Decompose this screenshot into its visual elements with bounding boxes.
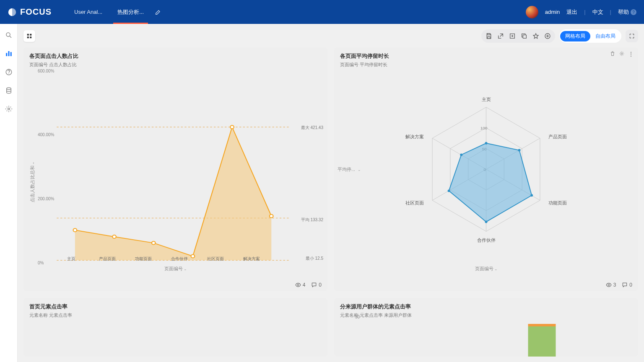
svg-point-20 bbox=[191, 255, 195, 258]
eye-icon bbox=[295, 282, 301, 288]
svg-text:100: 100 bbox=[480, 126, 488, 130]
focus-logo-icon bbox=[8, 8, 17, 17]
trash-icon bbox=[610, 51, 615, 57]
tab-heatmap-analysis[interactable]: 热图分析... bbox=[110, 0, 151, 24]
svg-rect-52 bbox=[528, 324, 556, 326]
layout-grid-button[interactable]: 网格布局 bbox=[560, 31, 590, 41]
svg-text:主页: 主页 bbox=[482, 97, 491, 102]
radar-chart-svg: 0 50 100 主页 产品页面 功能页面 合作伙伴 bbox=[340, 66, 632, 273]
svg-point-40 bbox=[530, 194, 533, 197]
logout-link[interactable]: 退出 bbox=[566, 8, 577, 16]
x-axis-label: 页面编号⌄ bbox=[475, 266, 498, 272]
gear-icon bbox=[619, 51, 625, 57]
download-icon[interactable] bbox=[509, 33, 516, 39]
svg-rect-3 bbox=[10, 52, 11, 56]
eye-icon bbox=[606, 282, 612, 288]
svg-rect-12 bbox=[523, 35, 526, 38]
svg-point-18 bbox=[112, 235, 116, 238]
svg-point-21 bbox=[230, 125, 234, 129]
svg-point-24 bbox=[621, 53, 623, 54]
user-avatar[interactable] bbox=[526, 6, 538, 18]
search-icon[interactable] bbox=[5, 31, 13, 39]
comment-icon bbox=[622, 282, 628, 288]
fullscreen-icon bbox=[629, 33, 635, 39]
fullscreen-button[interactable] bbox=[626, 30, 638, 42]
app-header: FOCUS User Anal... 热图分析... admin 退出 | 中文… bbox=[0, 0, 644, 24]
brand-logo: FOCUS bbox=[8, 7, 52, 17]
apps-icon bbox=[26, 33, 32, 39]
help-icon: ? bbox=[631, 9, 636, 15]
stacked-bar-preview bbox=[334, 319, 638, 357]
card-subtitle: 元素名称 元素点击率 来源用户群体 bbox=[340, 312, 632, 318]
card-footer: 3 0 bbox=[606, 282, 632, 288]
svg-rect-10 bbox=[27, 36, 29, 38]
svg-point-19 bbox=[152, 241, 156, 245]
svg-point-42 bbox=[448, 189, 450, 192]
svg-point-7 bbox=[8, 108, 10, 110]
help-circle-icon[interactable] bbox=[5, 68, 13, 76]
card-avg-stay-time: 各页面平均停留时长 页面编号 平均停留时长 ⋮ 平均停...⌄ 页面编号⌄ bbox=[334, 47, 638, 291]
svg-point-0 bbox=[6, 33, 10, 36]
comments-count: 0 bbox=[311, 282, 322, 288]
card-element-click-by-source: 分来源用户群体的元素点击率 元素名称 元素点击率 来源用户群体 30 bbox=[334, 298, 638, 357]
brand-text: FOCUS bbox=[20, 7, 52, 17]
header-right: admin 退出 | 中文 | 帮助? bbox=[526, 6, 636, 18]
dashboard-toolbar: 网格布局 自由布局 bbox=[23, 28, 638, 44]
star-icon[interactable] bbox=[532, 33, 539, 39]
svg-rect-11 bbox=[30, 36, 31, 38]
y-axis-label: 点击人数占比总和⌄ bbox=[29, 161, 36, 202]
svg-text:产品页面: 产品页面 bbox=[548, 134, 567, 139]
views-count: 3 bbox=[606, 282, 616, 288]
save-icon[interactable] bbox=[486, 33, 492, 39]
comment-icon bbox=[311, 282, 317, 288]
svg-point-6 bbox=[6, 88, 11, 90]
layout-toggle: 网格布局 自由布局 bbox=[559, 29, 621, 43]
card-title: 分来源用户群体的元素点击率 bbox=[340, 303, 632, 310]
config-button[interactable] bbox=[619, 51, 625, 57]
svg-point-22 bbox=[270, 215, 273, 218]
card-actions: ⋮ bbox=[610, 51, 634, 57]
copy-icon[interactable] bbox=[521, 33, 527, 39]
tab-user-analysis[interactable]: User Anal... bbox=[67, 0, 110, 24]
svg-point-39 bbox=[518, 149, 521, 152]
svg-text:功能页面: 功能页面 bbox=[548, 200, 567, 205]
add-icon[interactable] bbox=[544, 33, 551, 39]
svg-text:社区页面: 社区页面 bbox=[405, 200, 424, 205]
layout-free-button[interactable]: 自由布局 bbox=[590, 31, 621, 41]
apps-button[interactable] bbox=[23, 30, 35, 42]
svg-point-38 bbox=[485, 142, 488, 145]
more-button[interactable]: ⋮ bbox=[628, 51, 634, 57]
card-page-click-ratio: 各页面点击人数占比 页面编号 点击人数占比 点击人数占比总和⌄ 0% 200.0… bbox=[23, 47, 327, 291]
svg-rect-1 bbox=[6, 53, 7, 57]
views-count: 4 bbox=[295, 282, 306, 288]
svg-point-5 bbox=[8, 73, 9, 74]
svg-rect-51 bbox=[528, 326, 556, 357]
dashboard-icon[interactable] bbox=[5, 50, 13, 57]
card-footer: 4 0 bbox=[295, 282, 322, 288]
svg-rect-9 bbox=[30, 34, 31, 36]
card-title: 各页面点击人数占比 bbox=[29, 52, 322, 60]
svg-rect-8 bbox=[27, 34, 29, 36]
delete-button[interactable] bbox=[610, 51, 615, 57]
sidebar bbox=[0, 24, 18, 362]
svg-point-17 bbox=[73, 228, 77, 232]
card-title: 首页元素点击率 bbox=[29, 303, 322, 310]
database-icon[interactable] bbox=[5, 87, 13, 94]
header-tabs: User Anal... 热图分析... bbox=[67, 0, 161, 24]
x-axis-label: 页面编号⌄ bbox=[164, 266, 187, 272]
main-content: 网格布局 自由布局 各页面点击人数占比 页面编号 点击人数占比 点击人数占比总和… bbox=[18, 24, 644, 362]
username[interactable]: admin bbox=[545, 9, 560, 15]
edit-tabs-button[interactable] bbox=[155, 9, 161, 16]
card-subtitle: 元素名称 元素点击率 bbox=[29, 312, 322, 318]
settings-icon[interactable] bbox=[5, 105, 13, 113]
svg-text:解决方案: 解决方案 bbox=[405, 134, 424, 139]
help-link[interactable]: 帮助? bbox=[618, 8, 636, 16]
language-toggle[interactable]: 中文 bbox=[592, 8, 603, 16]
svg-point-50 bbox=[608, 284, 610, 286]
share-icon[interactable] bbox=[497, 33, 504, 39]
card-home-element-click-rate: 首页元素点击率 元素名称 元素点击率 bbox=[23, 298, 327, 357]
svg-point-43 bbox=[460, 153, 462, 156]
radar-chart: 页面编号⌄ bbox=[340, 66, 632, 273]
edit-icon bbox=[155, 9, 161, 16]
svg-rect-2 bbox=[8, 51, 9, 56]
